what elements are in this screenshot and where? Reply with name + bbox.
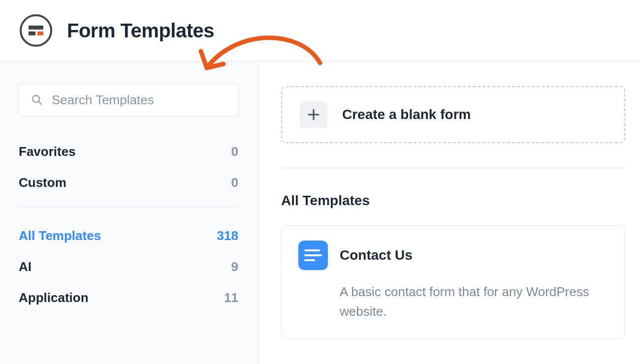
search-placeholder: Search Templates [52,92,154,108]
sidebar-item-count: 0 [219,175,238,190]
header: Form Templates [0,0,640,61]
sidebar-item-label: AI [19,259,32,274]
sidebar-item-label: Custom [19,175,66,190]
search-icon [31,94,43,106]
sidebar-item-custom[interactable]: Custom 0 [19,167,238,198]
section-divider [281,168,625,168]
plus-icon [300,101,327,128]
sidebar-item-label: All Templates [19,228,101,243]
sidebar-item-favorites[interactable]: Favorites 0 [19,136,238,167]
template-description: A basic contact form that for any WordPr… [340,282,608,322]
main-content: Create a blank form All Templates Contac… [258,61,640,364]
template-card-contact-us[interactable]: Contact Us A basic contact form that for… [281,225,625,339]
sidebar-item-all-templates[interactable]: All Templates 318 [19,220,238,251]
create-blank-form-button[interactable]: Create a blank form [281,86,625,143]
page-title: Form Templates [67,20,214,42]
sidebar: Search Templates Favorites 0 Custom 0 Al… [0,61,258,364]
logo-icon [20,14,52,47]
sidebar-item-count: 9 [219,259,238,274]
search-input[interactable]: Search Templates [19,83,238,117]
create-blank-form-label: Create a blank form [342,107,471,122]
svg-line-1 [39,102,42,105]
sidebar-item-application[interactable]: Application 11 [19,282,238,313]
form-icon [298,241,328,270]
sidebar-item-count: 318 [217,228,238,243]
sidebar-item-count: 0 [219,144,238,159]
sidebar-divider [19,207,238,208]
sidebar-item-label: Application [19,290,89,305]
sidebar-item-count: 11 [219,290,238,305]
sidebar-item-label: Favorites [19,144,76,159]
section-heading: All Templates [281,193,625,209]
sidebar-item-ai[interactable]: AI 9 [19,251,238,282]
template-title: Contact Us [340,247,413,263]
